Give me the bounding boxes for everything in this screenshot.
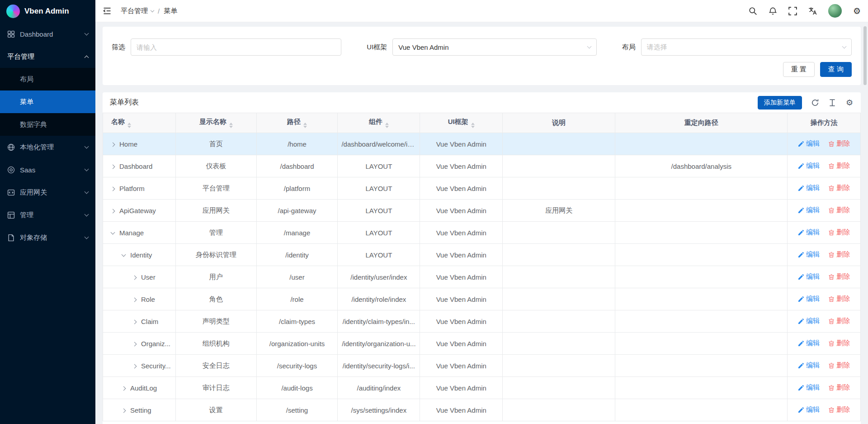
sort-icons[interactable]: [385, 123, 389, 129]
column-settings-icon[interactable]: ⚙: [845, 99, 854, 107]
query-button[interactable]: 查 询: [820, 62, 852, 77]
table-row[interactable]: Setting 设置 /setting /sys/settings/index …: [103, 399, 861, 421]
table-row[interactable]: AuditLog 审计日志 /audit-logs /auditing/inde…: [103, 377, 861, 399]
framework-select[interactable]: Vue Vben Admin: [392, 38, 596, 56]
edit-button[interactable]: 编辑: [798, 184, 820, 192]
notification-bell-icon[interactable]: [769, 7, 777, 15]
expand-icon[interactable]: [111, 209, 115, 213]
expand-icon[interactable]: [132, 319, 137, 324]
settings-gear-icon[interactable]: ⚙: [853, 7, 861, 15]
delete-button[interactable]: 删除: [828, 383, 850, 392]
sidebar-item-localization[interactable]: 本地化管理: [0, 136, 95, 158]
expand-icon[interactable]: [111, 142, 115, 147]
layout-select[interactable]: 请选择: [641, 38, 852, 56]
sidebar-item-data-dictionary[interactable]: 数据字典: [0, 113, 95, 136]
delete-button[interactable]: 删除: [828, 361, 850, 370]
column-header[interactable]: 路径: [256, 113, 338, 133]
column-header[interactable]: 重定向路径: [615, 113, 788, 133]
search-icon[interactable]: [749, 7, 757, 15]
sidebar-item-dashboard[interactable]: Dashboard: [0, 23, 95, 45]
expand-icon[interactable]: [122, 408, 126, 413]
expand-icon[interactable]: [132, 342, 137, 346]
row-height-icon[interactable]: [828, 99, 836, 107]
refresh-icon[interactable]: [811, 99, 819, 107]
expand-icon[interactable]: [132, 275, 137, 280]
edit-button[interactable]: 编辑: [798, 139, 820, 148]
delete-button[interactable]: 删除: [828, 317, 850, 325]
sort-asc-icon[interactable]: [229, 123, 233, 125]
table-row[interactable]: Security... 安全日志 /security-logs /identit…: [103, 355, 861, 377]
sidebar-item-manage[interactable]: 管理: [0, 204, 95, 226]
expand-icon[interactable]: [122, 386, 126, 391]
table-row[interactable]: Home 首页 /home /dashboard/welcome/in... V…: [103, 133, 861, 155]
sort-desc-icon[interactable]: [471, 126, 475, 128]
table-row[interactable]: Platform 平台管理 /platform LAYOUT Vue Vben …: [103, 177, 861, 200]
translate-icon[interactable]: [808, 7, 817, 15]
keyword-input[interactable]: [137, 43, 335, 51]
edit-button[interactable]: 编辑: [798, 361, 820, 370]
edit-button[interactable]: 编辑: [798, 405, 820, 414]
column-header[interactable]: 名称: [103, 113, 176, 133]
table-row[interactable]: Manage 管理 /manage LAYOUT Vue Vben Admin: [103, 222, 861, 244]
edit-button[interactable]: 编辑: [798, 206, 820, 214]
breadcrumb-section[interactable]: 平台管理: [121, 7, 154, 15]
sidebar-item-layout[interactable]: 布局: [0, 68, 95, 91]
column-header[interactable]: 说明: [503, 113, 615, 133]
avatar[interactable]: [828, 4, 842, 18]
delete-button[interactable]: 删除: [828, 162, 850, 170]
table-row[interactable]: Identity 身份标识管理 /identity LAYOUT Vue Vbe…: [103, 244, 861, 266]
add-menu-button[interactable]: 添加新菜单: [758, 96, 802, 110]
expand-icon[interactable]: [111, 164, 115, 169]
fullscreen-icon[interactable]: [788, 7, 797, 15]
table-row[interactable]: User 用户 /user /identity/user/index Vue V…: [103, 266, 861, 288]
edit-button[interactable]: 编辑: [798, 162, 820, 170]
sort-icons[interactable]: [471, 123, 475, 129]
sidebar-item-menu[interactable]: 菜单: [0, 91, 95, 113]
delete-button[interactable]: 删除: [828, 228, 850, 237]
logo[interactable]: Vben Admin: [0, 0, 95, 23]
expand-icon[interactable]: [111, 186, 115, 191]
sidebar-item-object-storage[interactable]: 对象存储: [0, 226, 95, 249]
reset-button[interactable]: 重 置: [783, 62, 815, 77]
delete-button[interactable]: 删除: [828, 206, 850, 214]
expand-icon[interactable]: [132, 364, 137, 368]
expand-icon[interactable]: [132, 297, 137, 302]
sort-icons[interactable]: [229, 123, 233, 129]
sort-icons[interactable]: [303, 123, 307, 129]
edit-button[interactable]: 编辑: [798, 383, 820, 392]
sort-desc-icon[interactable]: [229, 126, 233, 128]
edit-button[interactable]: 编辑: [798, 228, 820, 237]
column-header[interactable]: 操作方法: [788, 113, 861, 133]
delete-button[interactable]: 删除: [828, 250, 850, 259]
expand-icon[interactable]: [111, 230, 115, 234]
column-header[interactable]: 显示名称: [175, 113, 256, 133]
edit-button[interactable]: 编辑: [798, 317, 820, 325]
sort-icons[interactable]: [127, 123, 131, 129]
expand-icon[interactable]: [122, 252, 126, 257]
sort-desc-icon[interactable]: [127, 126, 131, 128]
column-header[interactable]: 组件: [338, 113, 420, 133]
sort-desc-icon[interactable]: [385, 126, 389, 128]
scrollbar-thumb[interactable]: [863, 26, 867, 85]
table-row[interactable]: Role 角色 /role /identity/role/index Vue V…: [103, 288, 861, 310]
delete-button[interactable]: 删除: [828, 272, 850, 281]
table-row[interactable]: ApiGateway 应用网关 /api-gateway LAYOUT Vue …: [103, 200, 861, 222]
delete-button[interactable]: 删除: [828, 339, 850, 348]
sort-asc-icon[interactable]: [385, 123, 389, 125]
column-header[interactable]: UI框架: [420, 113, 503, 133]
sort-asc-icon[interactable]: [127, 123, 131, 125]
delete-button[interactable]: 删除: [828, 139, 850, 148]
sidebar-item-platform[interactable]: 平台管理: [0, 45, 95, 68]
sort-asc-icon[interactable]: [471, 123, 475, 125]
sidebar-item-gateway[interactable]: 应用网关: [0, 181, 95, 204]
delete-button[interactable]: 删除: [828, 405, 850, 414]
table-row[interactable]: Dashboard 仪表板 /dashboard LAYOUT Vue Vben…: [103, 155, 861, 177]
delete-button[interactable]: 删除: [828, 295, 850, 303]
sidebar-item-saas[interactable]: Saas: [0, 158, 95, 181]
edit-button[interactable]: 编辑: [798, 339, 820, 348]
edit-button[interactable]: 编辑: [798, 250, 820, 259]
sort-asc-icon[interactable]: [303, 123, 307, 125]
table-row[interactable]: Claim 声明类型 /claim-types /identity/claim-…: [103, 310, 861, 333]
sort-desc-icon[interactable]: [303, 126, 307, 128]
table-row[interactable]: Organiz... 组织机构 /organization-units /ide…: [103, 333, 861, 355]
